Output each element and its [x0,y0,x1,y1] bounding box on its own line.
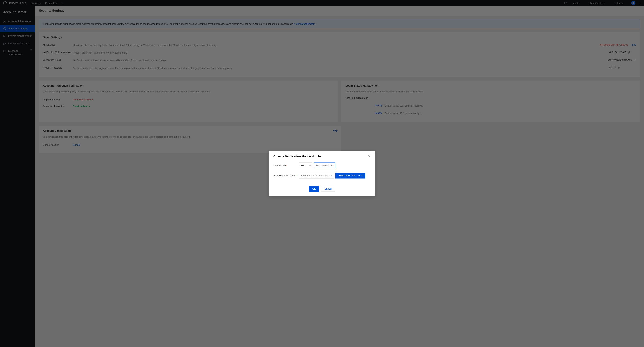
mobile-input[interactable] [314,163,336,168]
form-label: New Mobile* [274,164,299,167]
ok-button[interactable]: OK [309,186,319,192]
send-code-button[interactable]: Send Verification Code [336,173,366,179]
form-row-new-mobile: New Mobile* +86 [274,163,370,168]
modal-change-mobile: Change Verification Mobile Number New Mo… [269,151,375,196]
sms-code-input[interactable] [299,173,334,179]
modal-title: Change Verification Mobile Number [274,155,323,158]
chevron-down-icon [309,165,311,166]
close-icon[interactable] [368,155,370,158]
form-row-sms-code: SMS verification code* Send Verification… [274,173,370,179]
country-code-select[interactable]: +86 [299,163,312,168]
cancel-button[interactable]: Cancel [321,186,335,192]
form-label: SMS verification code* [274,174,299,177]
country-code-value: +86 [300,164,304,167]
